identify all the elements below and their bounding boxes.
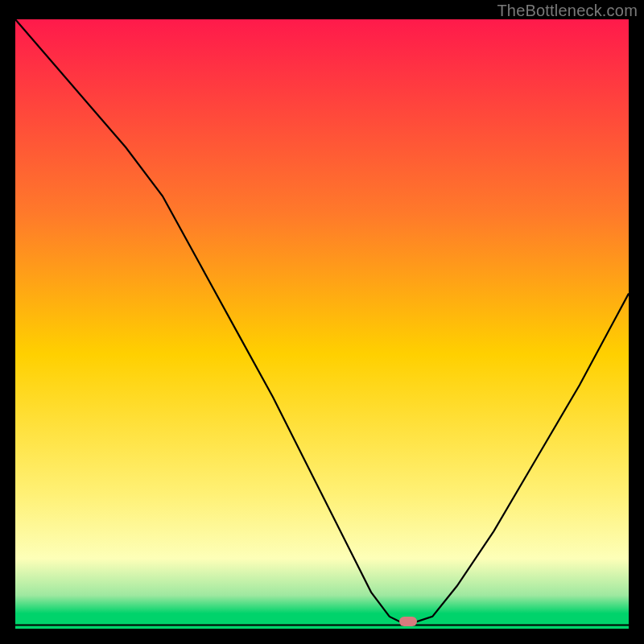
curve-layer [15,19,629,629]
optimal-marker [399,617,417,626]
bottleneck-curve [15,19,629,622]
chart-frame: TheBottleneck.com [0,0,644,644]
watermark-text: TheBottleneck.com [497,2,638,20]
plot-area [15,19,629,629]
